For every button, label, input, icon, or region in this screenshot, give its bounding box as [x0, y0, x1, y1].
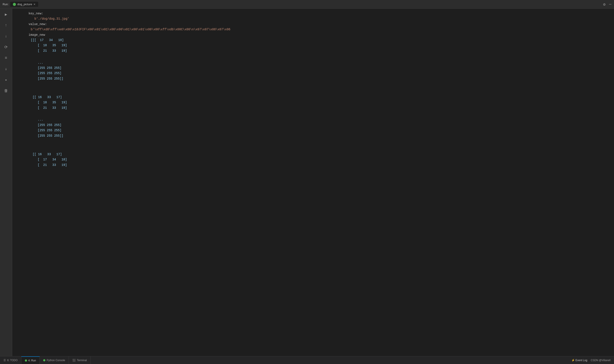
tab-run[interactable]: 4: Run — [21, 356, 40, 364]
settings-icon[interactable]: ⚙ — [603, 2, 605, 7]
console-line-key-new: key_new: — [12, 11, 614, 16]
tab-python-console[interactable]: Python Console — [40, 356, 69, 364]
console-line-arr2-end3: [255 255 255]] — [12, 133, 614, 138]
console-line-arr1-row2: [ 21 33 19] — [12, 48, 614, 53]
down-arrow-button[interactable]: ⇓ — [3, 65, 10, 72]
rerun-button[interactable]: ⟳ — [3, 44, 10, 51]
tab-close-button[interactable]: ✕ — [33, 3, 36, 6]
tab-todo[interactable]: ☰ 6: TODO — [0, 356, 21, 364]
console-line-empty5 — [12, 138, 614, 145]
todo-icon: ☰ — [3, 359, 6, 362]
python-tab-icon — [13, 3, 16, 6]
tab-name: dog_picture — [17, 3, 32, 6]
console-line-arr1-row1: [ 18 35 19] — [12, 43, 614, 48]
console-line-arr3-row2: [ 21 33 19] — [12, 162, 614, 168]
play-button[interactable]: ▶ — [3, 11, 10, 18]
terminal-icon: ⬛ — [72, 359, 76, 362]
tab-terminal-label: Terminal — [77, 359, 87, 362]
run-tab[interactable]: dog_picture ✕ — [10, 2, 38, 7]
tab-todo-label: 6: TODO — [7, 359, 18, 362]
toolbar-icons: ⚙ — — [603, 2, 611, 7]
scroll-down-button[interactable]: ↓ — [3, 33, 10, 40]
console-line-arr1-dots: ... — [12, 60, 614, 65]
status-right: ⚡ Event Log CSDN @Villanell — [568, 359, 614, 362]
console-line-arr1-open: [[[ 17 34 18] — [12, 38, 614, 43]
console-line-arr1-end2: [255 255 255] — [12, 71, 614, 76]
tab-terminal[interactable]: ⬛ Terminal — [69, 356, 91, 364]
console-line-arr2-open: [[ 16 33 17] — [12, 95, 614, 100]
python-console-dot-icon — [43, 359, 45, 361]
trash-button[interactable]: 🗑 — [3, 87, 10, 94]
scroll-up-button[interactable]: ↑ — [3, 22, 10, 29]
console-line-value-new-label: value_new: — [12, 22, 614, 27]
minimize-icon[interactable]: — — [609, 2, 611, 7]
console-line-arr2-row1: [ 18 35 19] — [12, 100, 614, 105]
console-line-empty4 — [12, 111, 614, 117]
console-line-arr3-open: [[ 16 33 17] — [12, 152, 614, 157]
lines-button[interactable]: ≡ — [3, 54, 10, 62]
run-dot-icon — [25, 359, 27, 362]
console-line-arr2-end2: [255 255 255] — [12, 128, 614, 133]
tab-python-console-label: Python Console — [47, 359, 65, 362]
console-line-arr1-end1: [255 255 255] — [12, 65, 614, 71]
console-line-arr2-row2: [ 21 33 19] — [12, 105, 614, 111]
bottom-tabs-bar: ☰ 6: TODO 4: Run Python Console ⬛ Termin… — [0, 356, 614, 364]
console-line-arr3-row1: [ 17 34 18] — [12, 157, 614, 162]
console-output: key_new: b'./dog/dog.31.jpg' value_new: … — [12, 9, 614, 356]
left-sidebar: ▶ ↑ ↓ ⟳ ≡ ⇓ ✦ 🗑 — [0, 9, 12, 356]
console-line-empty6 — [12, 145, 614, 152]
console-line-image-new-label: image_new — [12, 32, 614, 38]
console-line-arr1-end3: [255 255 255]] — [12, 76, 614, 81]
tab-run-label: 4: Run — [28, 359, 36, 362]
run-label: Run: — [3, 3, 9, 6]
console-line-empty3 — [12, 88, 614, 94]
console-line-arr2-dots: ... — [12, 117, 614, 122]
console-line-empty2 — [12, 81, 614, 88]
main-area: ▶ ↑ ↓ ⟳ ≡ ⇓ ✦ 🗑 key_new: b'./dog/dog.31.… — [0, 9, 614, 356]
console-line-key-value: b'./dog/dog.31.jpg' — [12, 16, 614, 21]
event-log-label[interactable]: ⚡ Event Log — [572, 359, 587, 362]
csdn-label: CSDN @Villanell — [591, 359, 611, 362]
top-toolbar: Run: dog_picture ✕ ⚙ — — [0, 0, 614, 9]
console-line-arr2-end1: [255 255 255] — [12, 122, 614, 128]
console-line-binary-value: b'\xff\xd8\xff\xe0\x00\x10JFIF\x00\x01\x… — [12, 27, 614, 32]
console-line-empty1 — [12, 53, 614, 60]
pin-button[interactable]: ✦ — [3, 76, 10, 83]
